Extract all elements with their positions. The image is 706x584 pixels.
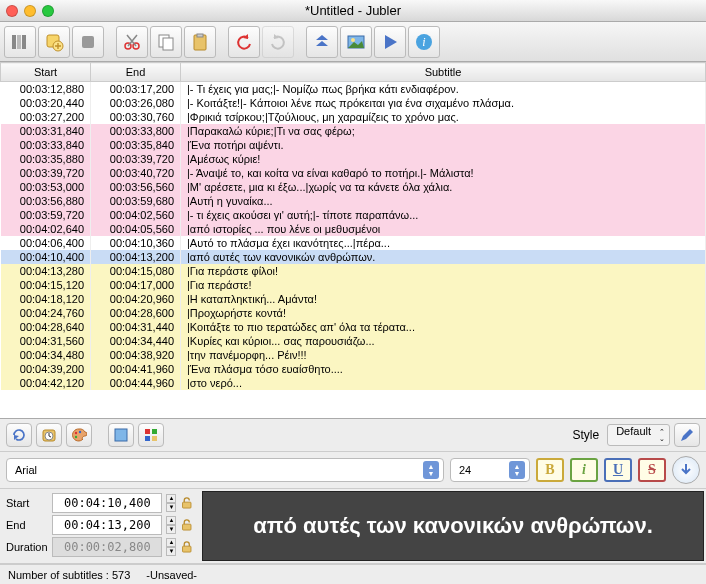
table-row[interactable]: 00:04:34,48000:04:38,920|την πανέμορφη..… xyxy=(1,348,706,362)
table-row[interactable]: 00:03:35,88000:03:39,720|Αμέσως κύριε! xyxy=(1,152,706,166)
table-row[interactable]: 00:04:39,20000:04:41,960|Ένα πλάσμα τόσο… xyxy=(1,362,706,376)
table-row[interactable]: 00:03:31,84000:03:33,800|Παρακαλώ κύριε;… xyxy=(1,124,706,138)
close-icon[interactable] xyxy=(6,5,18,17)
layout2-button[interactable] xyxy=(138,423,164,447)
table-row[interactable]: 00:03:12,88000:03:17,200|- Τι έχεις για … xyxy=(1,82,706,97)
new-button[interactable] xyxy=(38,26,70,58)
cell-start: 00:03:59,720 xyxy=(1,208,91,222)
font-family-dropdown[interactable]: Arial ▲▼ xyxy=(6,458,444,482)
cut-button[interactable] xyxy=(116,26,148,58)
cell-start: 00:03:39,720 xyxy=(1,166,91,180)
info-button[interactable]: i xyxy=(408,26,440,58)
table-row[interactable]: 00:04:28,64000:04:31,440|Κοιτάξτε το πιο… xyxy=(1,320,706,334)
underline-button[interactable]: U xyxy=(604,458,632,482)
mid-toolbar: Style Default xyxy=(0,419,706,452)
style-label: Style xyxy=(572,428,599,442)
col-start[interactable]: Start xyxy=(1,63,91,82)
clock-button[interactable] xyxy=(36,423,62,447)
svg-rect-1 xyxy=(17,35,21,49)
svg-point-20 xyxy=(79,431,81,433)
undo-button[interactable] xyxy=(228,26,260,58)
cell-end: 00:04:44,960 xyxy=(91,376,181,390)
lock-icon[interactable] xyxy=(180,539,194,555)
cell-text: |Αυτή η γυναίκα... xyxy=(181,194,706,208)
svg-rect-24 xyxy=(145,436,150,441)
italic-button[interactable]: i xyxy=(570,458,598,482)
delete-button[interactable] xyxy=(72,26,104,58)
expand-button[interactable] xyxy=(306,26,338,58)
edit-style-button[interactable] xyxy=(674,423,700,447)
cell-text: |Φρικιά τσίρκου;|Τζούλιους, μη χαραμίζει… xyxy=(181,110,706,124)
play-button[interactable] xyxy=(374,26,406,58)
table-row[interactable]: 00:03:33,84000:03:35,840|Ένα ποτήρι αψέν… xyxy=(1,138,706,152)
cell-start: 00:04:13,280 xyxy=(1,264,91,278)
lock-icon[interactable] xyxy=(180,495,194,511)
cell-start: 00:04:28,640 xyxy=(1,320,91,334)
font-size-dropdown[interactable]: 24 ▲▼ xyxy=(450,458,530,482)
strike-button[interactable]: S xyxy=(638,458,666,482)
style-dropdown[interactable]: Default xyxy=(607,424,670,446)
palette-button[interactable] xyxy=(66,423,92,447)
cell-end: 00:03:40,720 xyxy=(91,166,181,180)
duration-input xyxy=(52,537,162,557)
time-panel: Start ▲▼ End ▲▼ Duration ▲▼ από αυτές τω… xyxy=(0,489,706,564)
subtitle-preview[interactable]: από αυτές των κανονικών ανθρώπων. xyxy=(202,491,704,561)
toggle-sidebar-button[interactable] xyxy=(4,26,36,58)
subtitle-table-wrap[interactable]: Start End Subtitle 00:03:12,88000:03:17,… xyxy=(0,62,706,419)
table-row[interactable]: 00:04:10,40000:04:13,200|από αυτές των κ… xyxy=(1,250,706,264)
layout1-button[interactable] xyxy=(108,423,134,447)
col-subtitle[interactable]: Subtitle xyxy=(181,63,706,82)
cell-text: |Για περάστε! xyxy=(181,278,706,292)
paste-button[interactable] xyxy=(184,26,216,58)
table-row[interactable]: 00:03:27,20000:03:30,760|Φρικιά τσίρκου;… xyxy=(1,110,706,124)
duration-spinner[interactable]: ▲▼ xyxy=(166,538,176,556)
cell-end: 00:04:10,360 xyxy=(91,236,181,250)
subtitle-table: Start End Subtitle 00:03:12,88000:03:17,… xyxy=(0,62,706,390)
copy-button[interactable] xyxy=(150,26,182,58)
cell-text: |Παρακαλώ κύριε;|Τι να σας φέρω; xyxy=(181,124,706,138)
table-row[interactable]: 00:04:02,64000:04:05,560|από ιστορίες ..… xyxy=(1,222,706,236)
minimize-icon[interactable] xyxy=(24,5,36,17)
svg-rect-25 xyxy=(152,436,157,441)
cell-text: |Προχωρήστε κοντά! xyxy=(181,306,706,320)
reload-button[interactable] xyxy=(6,423,32,447)
table-row[interactable]: 00:03:56,88000:03:59,680|Αυτή η γυναίκα.… xyxy=(1,194,706,208)
table-row[interactable]: 00:03:53,00000:03:56,560|Μ' αρέσετε, μια… xyxy=(1,180,706,194)
image-button[interactable] xyxy=(340,26,372,58)
table-row[interactable]: 00:04:15,12000:04:17,000|Για περάστε! xyxy=(1,278,706,292)
table-row[interactable]: 00:03:39,72000:03:40,720|- Άναψέ το, και… xyxy=(1,166,706,180)
table-row[interactable]: 00:03:59,72000:04:02,560|- τι έχεις ακού… xyxy=(1,208,706,222)
table-row[interactable]: 00:04:42,12000:04:44,960|στο νερό... xyxy=(1,376,706,390)
table-row[interactable]: 00:04:24,76000:04:28,600|Προχωρήστε κοντ… xyxy=(1,306,706,320)
table-row[interactable]: 00:03:20,44000:03:26,080|- Κοιτάξτε!|- Κ… xyxy=(1,96,706,110)
start-label: Start xyxy=(6,497,48,509)
cell-end: 00:04:13,200 xyxy=(91,250,181,264)
end-spinner[interactable]: ▲▼ xyxy=(166,516,176,534)
statusbar: Number of subtitles : 573 -Unsaved- xyxy=(0,564,706,584)
table-row[interactable]: 00:04:13,28000:04:15,080|Για περάστε φίλ… xyxy=(1,264,706,278)
cell-end: 00:04:28,600 xyxy=(91,306,181,320)
table-row[interactable]: 00:04:06,40000:04:10,360|Αυτό το πλάσμα … xyxy=(1,236,706,250)
table-row[interactable]: 00:04:18,12000:04:20,960|Η καταπληκτική.… xyxy=(1,292,706,306)
lock-icon[interactable] xyxy=(180,517,194,533)
col-end[interactable]: End xyxy=(91,63,181,82)
end-input[interactable] xyxy=(52,515,162,535)
cell-start: 00:04:31,560 xyxy=(1,334,91,348)
cell-end: 00:03:35,840 xyxy=(91,138,181,152)
cell-end: 00:04:41,960 xyxy=(91,362,181,376)
cell-start: 00:04:02,640 xyxy=(1,222,91,236)
cell-end: 00:04:20,960 xyxy=(91,292,181,306)
cell-start: 00:04:15,120 xyxy=(1,278,91,292)
bold-button[interactable]: B xyxy=(536,458,564,482)
cell-end: 00:03:39,720 xyxy=(91,152,181,166)
start-spinner[interactable]: ▲▼ xyxy=(166,494,176,512)
svg-text:i: i xyxy=(422,35,425,49)
table-row[interactable]: 00:04:31,56000:04:34,440|Κυρίες και κύρι… xyxy=(1,334,706,348)
svg-point-13 xyxy=(351,38,355,42)
download-button[interactable] xyxy=(672,456,700,484)
maximize-icon[interactable] xyxy=(42,5,54,17)
redo-button[interactable] xyxy=(262,26,294,58)
duration-label: Duration xyxy=(6,541,48,553)
svg-rect-11 xyxy=(197,34,203,37)
start-input[interactable] xyxy=(52,493,162,513)
